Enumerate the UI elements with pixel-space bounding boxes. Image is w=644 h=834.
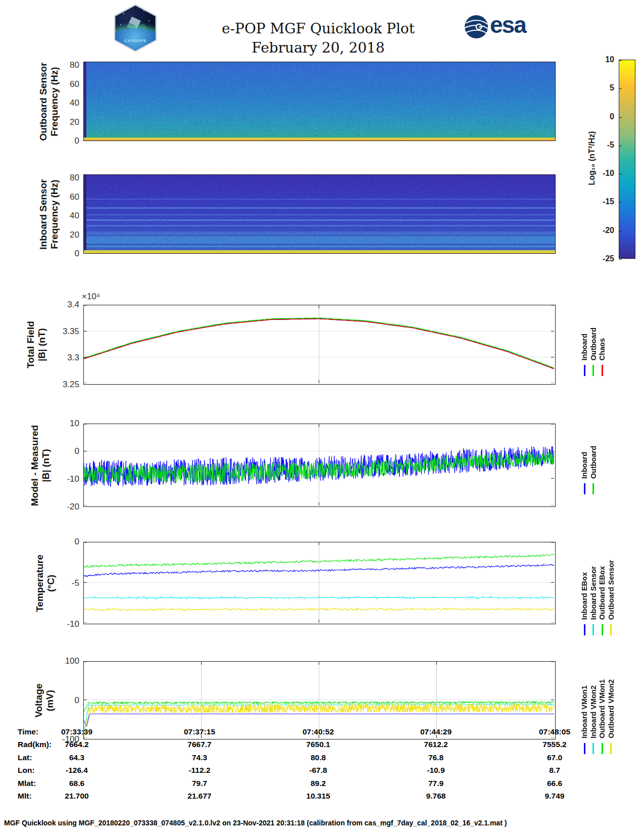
inboard-spectrogram-plot — [83, 174, 556, 254]
table-cell: 07:48:05 — [522, 727, 587, 736]
y-tick-label: 40 — [70, 211, 79, 221]
legend-item: Inboard VMon2 — [590, 685, 598, 754]
table-cell: 66.6 — [522, 779, 587, 788]
y-tick-label: 20 — [70, 117, 79, 127]
y-tick-label: 0 — [75, 249, 79, 259]
colorbar-tick-mark — [619, 231, 622, 231]
legend-label: Outboard — [590, 446, 598, 479]
legend-label: Inboard — [581, 334, 588, 360]
y-tick-label: -5 — [72, 578, 79, 588]
spectrogram-zero-hz-band — [84, 137, 555, 141]
legend-swatch — [602, 365, 603, 376]
table-cell: 8.7 — [522, 766, 587, 775]
spectrogram-left-edge — [84, 175, 86, 253]
table-cell: 64.3 — [44, 753, 110, 762]
table-cell: -67.8 — [285, 766, 351, 775]
table-cell: 7612.2 — [403, 740, 469, 749]
y-ticks-inboard-spectrogram: 806040200 — [20, 174, 79, 254]
y-tick-label: 0 — [75, 446, 79, 456]
legend-item: Inboard EBox — [581, 572, 588, 635]
total-field-plot — [83, 305, 556, 385]
y-tick-label: 3.4 — [67, 300, 79, 310]
y-tick-label: 3.35 — [63, 327, 79, 337]
legend-swatch — [610, 624, 612, 635]
table-row-label: Mlt: — [18, 792, 32, 801]
table-cell: 10.315 — [285, 792, 351, 801]
line-chart — [84, 542, 554, 623]
legend-label: Inboard EBox — [581, 572, 588, 620]
y-tick-label: 60 — [70, 79, 79, 89]
legend-swatch — [584, 624, 585, 635]
page-date: February 20, 2018 — [141, 39, 495, 56]
esa-logo: esa — [464, 14, 529, 42]
table-row-label: Mlat: — [18, 779, 36, 788]
colorbar-tick-mark — [619, 202, 622, 203]
y-tick-label: 40 — [70, 98, 79, 108]
y-tick-label: 10 — [70, 419, 79, 429]
colorbar-tick-label: 0 — [610, 112, 614, 121]
colorbar-tick-label: -15 — [603, 197, 614, 206]
table-cell: 68.6 — [44, 779, 110, 788]
colorbar-tick-label: -25 — [603, 254, 614, 263]
spectrogram-left-edge — [84, 62, 86, 141]
colorbar-tick-label: 10 — [605, 55, 614, 64]
y-tick-label: 3.25 — [63, 380, 79, 390]
y-ticks-temperature: 0-5-10 — [20, 542, 79, 624]
table-cell: 7555.2 — [522, 740, 587, 749]
table-cell: 7667.7 — [167, 740, 232, 749]
legend-item: Outboard — [590, 328, 598, 376]
y-tick-label: 60 — [70, 192, 79, 202]
table-cell: 67.0 — [522, 753, 587, 762]
y-tick-label: -20 — [67, 502, 79, 512]
colorbar — [619, 60, 635, 259]
table-row-label: Lon: — [18, 766, 35, 775]
legend-label: Outboard Sensor — [608, 560, 615, 620]
colorbar-tick-mark — [619, 259, 622, 260]
legend-swatch — [592, 743, 594, 754]
legend-item: Outboard EBox — [599, 566, 606, 635]
legend-swatch — [592, 365, 594, 376]
spectrogram-noise — [84, 175, 555, 253]
legend-temperature: Inboard EBoxInboard SensorOutboard EBoxO… — [581, 542, 615, 635]
y-tick-label: 80 — [70, 60, 79, 70]
legend-swatch — [610, 743, 612, 754]
table-cell: 07:40:52 — [285, 727, 351, 736]
y-tick-label: 0 — [75, 537, 79, 547]
legend-total-field: InboardOutboardChaos — [581, 305, 606, 376]
colorbar-tick-mark — [619, 146, 622, 146]
line-chart — [84, 424, 554, 505]
table-cell: -126.4 — [44, 766, 110, 775]
table-cell: 9.749 — [522, 792, 587, 801]
legend-swatch — [592, 483, 594, 494]
colorbar-tick-mark — [619, 174, 622, 174]
table-cell: 21.700 — [44, 792, 110, 801]
legend-item: Outboard — [590, 446, 598, 494]
y-ticks-outboard-spectrogram: 806040200 — [20, 62, 79, 141]
page-title: e-POP MGF Quicklook Plot — [141, 20, 495, 37]
legend-swatch — [592, 624, 594, 635]
y-tick-label: -10 — [67, 474, 79, 484]
table-cell: 9.768 — [403, 792, 469, 801]
table-cell: 21.677 — [167, 792, 232, 801]
esa-globe-icon — [464, 14, 489, 39]
legend-label: Inboard VMon2 — [590, 685, 598, 738]
legend-item: Outboard VMon2 — [608, 679, 615, 754]
table-row-label: Time: — [18, 727, 38, 736]
y-ticks-total-field: 3.43.353.33.25 — [20, 305, 79, 385]
legend-item: Chaos — [599, 338, 606, 376]
legend-label: Outboard — [590, 328, 598, 360]
table-cell: 07:37:15 — [167, 727, 232, 736]
table-cell: 80.8 — [285, 753, 351, 762]
table-cell: 89.2 — [285, 779, 351, 788]
legend-label: Outboard VMon2 — [608, 679, 615, 738]
legend-item: Inboard — [581, 334, 588, 376]
table-cell: 74.3 — [167, 753, 232, 762]
table-cell: 77.9 — [403, 779, 469, 788]
legend-swatch — [602, 624, 603, 635]
temperature-plot — [83, 542, 556, 624]
y-tick-label: 0 — [75, 136, 79, 146]
colorbar-tick-label: 5 — [610, 83, 614, 92]
legend-swatch — [584, 483, 585, 494]
outboard-spectrogram-plot — [83, 62, 556, 141]
table-cell: 76.8 — [403, 753, 469, 762]
